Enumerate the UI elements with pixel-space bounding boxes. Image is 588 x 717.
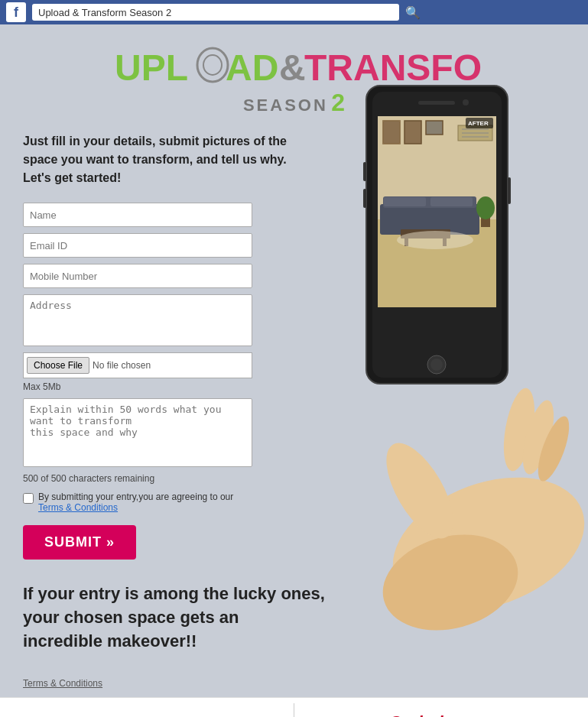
footer-text: TRANSFORM YOUR LIFE (55, 714, 239, 717)
logo-container: UPL O AD & TRANSFORM SEASON 2 (0, 38, 588, 117)
svg-rect-13 (366, 86, 508, 384)
logo-svg: UPL O AD & TRANSFORM (107, 38, 482, 92)
svg-point-7 (374, 453, 588, 635)
email-input[interactable] (23, 233, 252, 258)
svg-rect-33 (481, 212, 490, 227)
svg-point-9 (373, 433, 466, 548)
phone-overlay: AFTER (297, 47, 588, 644)
svg-point-10 (499, 386, 541, 474)
svg-rect-30 (401, 229, 450, 238)
svg-rect-17 (378, 219, 496, 307)
svg-rect-31 (404, 238, 408, 246)
file-chosen-text: No file chosen (93, 360, 151, 371)
your-life-text: YOUR LIFE (153, 714, 239, 717)
svg-rect-43 (363, 189, 366, 208)
facebook-logo: f (6, 2, 26, 22)
svg-point-8 (372, 521, 529, 644)
svg-rect-29 (430, 197, 473, 206)
form-section: Choose File No file chosen Max 5Mb 500 o… (0, 203, 291, 582)
svg-rect-15 (378, 116, 496, 307)
svg-text:TRANSFORM: TRANSFORM (304, 47, 482, 88)
bottom-terms-section: Terms & Conditions (0, 668, 588, 697)
svg-rect-44 (508, 177, 511, 204)
max-size-label: Max 5Mb (23, 381, 268, 392)
terms-row: By submitting your entry,you are agreein… (23, 492, 252, 513)
svg-rect-28 (384, 197, 426, 206)
s2-text: 2 (331, 89, 345, 116)
content-wrapper: UPL O AD & TRANSFORM SEASON 2 (0, 24, 588, 697)
facebook-search-input[interactable] (32, 4, 399, 21)
svg-rect-26 (380, 204, 479, 235)
choose-file-button[interactable]: Choose File (27, 357, 89, 374)
footer-bar: TRANSFORM YOUR LIFE Godrej interio ® (0, 697, 588, 717)
facebook-bar: f 🔍 (0, 0, 588, 24)
svg-point-40 (427, 355, 446, 374)
svg-rect-27 (383, 196, 476, 208)
footer-logo: Godrej interio ® (294, 712, 588, 717)
svg-text:&: & (279, 47, 306, 88)
bottom-tagline: If your entry is among the lucky ones, y… (0, 582, 367, 653)
main-area: UPL O AD & TRANSFORM SEASON 2 (0, 24, 588, 697)
svg-text:UPL: UPL (115, 47, 188, 88)
address-input[interactable] (23, 294, 252, 346)
chars-remaining-label: 500 of 500 characters remaining (23, 473, 268, 484)
mobile-input[interactable] (23, 264, 252, 288)
svg-rect-42 (363, 162, 366, 181)
name-input[interactable] (23, 203, 252, 227)
page-header: UPL O AD & TRANSFORM SEASON 2 (0, 24, 588, 125)
svg-rect-14 (372, 92, 502, 378)
search-icon[interactable]: 🔍 (405, 5, 421, 20)
godrej-text: Godrej (389, 712, 443, 717)
svg-point-35 (397, 231, 473, 249)
transform-word: TRANSFORM (55, 714, 153, 717)
svg-rect-32 (443, 238, 447, 246)
phone-illustration: AFTER (297, 47, 588, 644)
svg-point-12 (531, 413, 575, 485)
season-text: SEASON (243, 96, 328, 115)
svg-point-34 (476, 196, 495, 219)
terms-link[interactable]: Terms & Conditions (38, 502, 118, 513)
svg-point-41 (430, 358, 443, 371)
season-line: SEASON 2 (0, 89, 588, 117)
terms-checkbox[interactable] (23, 493, 34, 504)
svg-text:AD: AD (226, 47, 278, 88)
terms-text: By submitting your entry,you are agreein… (38, 492, 252, 513)
transform-description-input[interactable] (23, 398, 252, 467)
file-input-wrapper: Choose File No file chosen (23, 352, 252, 378)
svg-rect-18 (458, 125, 492, 141)
svg-rect-16 (378, 116, 496, 219)
submit-button[interactable]: SUBMIT » (23, 525, 136, 560)
subtitle-text: Just fill in your details, submit pictur… (0, 125, 336, 203)
footer-tagline: TRANSFORM YOUR LIFE (0, 714, 294, 717)
svg-point-11 (517, 397, 560, 478)
bottom-terms-link[interactable]: Terms & Conditions (23, 678, 102, 689)
